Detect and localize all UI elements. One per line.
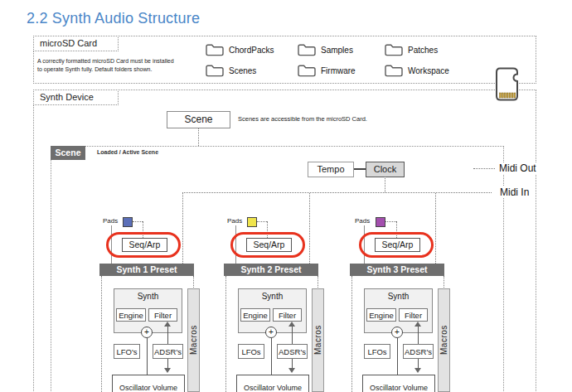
pad-color-swatch xyxy=(247,217,257,227)
folder-label: ChordPacks xyxy=(229,46,274,55)
pad-color-swatch xyxy=(376,217,385,227)
preset-box-left-edge xyxy=(351,276,352,392)
pads-connector-h xyxy=(133,221,143,222)
microsd-note-line2: to operate Synth fully. Default folders … xyxy=(37,65,152,73)
scene-box-note: Scenes are accessible from the microSD C… xyxy=(238,115,367,123)
folder-label: Workspace xyxy=(408,66,449,75)
adsr-box: ADSR's xyxy=(277,344,308,359)
macros-bar: Macros xyxy=(438,288,450,392)
adsr-osc-line xyxy=(292,359,293,368)
synth-1-column: Pads Seq/Arp Synth 1 Preset Synth Engine… xyxy=(101,211,201,392)
filter-box: Filter xyxy=(273,308,302,322)
folder-icon xyxy=(205,64,225,78)
folder-samples: Samples xyxy=(297,43,353,57)
adsr-filter-line xyxy=(418,327,419,344)
lfo-box: LFO's xyxy=(114,344,140,359)
seq-arp-highlight-ring xyxy=(106,232,181,258)
filter-box: Filter xyxy=(399,308,428,322)
engine-box: Engine xyxy=(240,308,270,322)
lfo-box: LFOs xyxy=(364,344,390,359)
pads-connector-h xyxy=(257,221,267,222)
engine-box: Engine xyxy=(366,308,396,322)
page-title: 2.2 Synth Audio Structure xyxy=(27,10,200,27)
folder-label: Scenes xyxy=(229,66,256,75)
oscillator-volume-box: Oscillator Volume xyxy=(362,375,435,392)
macros-bar: Macros xyxy=(187,288,200,392)
preset-header: Synth 3 Preset xyxy=(350,264,444,276)
synth-box-title: Synth xyxy=(364,292,433,301)
seq-arp-highlight-ring xyxy=(230,232,305,258)
folder-label: Firmware xyxy=(321,66,356,75)
macros-bar: Macros xyxy=(312,288,324,392)
pads-label: Pads xyxy=(355,217,370,225)
folder-label: Samples xyxy=(321,46,353,55)
clock-midi-drop-line xyxy=(385,177,385,192)
microsd-contacts xyxy=(500,93,516,98)
folder-firmware: Firmware xyxy=(297,64,356,78)
pads-connector-h xyxy=(385,221,396,222)
midi-in-bus-line xyxy=(182,192,492,193)
filter-box: Filter xyxy=(148,308,177,322)
midi-in-label: Midi In xyxy=(499,186,530,198)
sum-node: + xyxy=(141,327,153,338)
synth-box-title: Synth xyxy=(114,292,182,301)
folder-workspace: Workspace xyxy=(384,64,449,78)
preset-box-left-edge xyxy=(101,276,102,392)
folder-icon xyxy=(297,43,317,57)
synth-3-column: Pads Seq/Arp Synth 3 Preset Synth Engine… xyxy=(351,211,451,392)
synth-2-column: Pads Seq/Arp Synth 2 Preset Synth Engine… xyxy=(225,211,325,392)
folder-scenes: Scenes xyxy=(205,64,256,78)
folder-icon xyxy=(384,43,404,57)
folder-icon xyxy=(297,64,317,78)
clock-box: Clock xyxy=(366,162,405,177)
sum-osc-line xyxy=(147,338,148,375)
microsd-card-label: microSD Card xyxy=(33,36,119,51)
adsr-box: ADSR's xyxy=(153,344,183,359)
adsr-osc-line xyxy=(418,359,419,368)
sum-node: + xyxy=(391,327,403,338)
oscillator-volume-box: Oscillator Volume xyxy=(236,375,309,392)
pads-label: Pads xyxy=(227,217,242,225)
scene-connector-line xyxy=(198,128,199,146)
adsr-osc-arrowhead xyxy=(164,368,171,373)
scene-region-label: Scene xyxy=(51,146,85,160)
folder-label: Patches xyxy=(408,46,438,55)
folder-icon xyxy=(205,43,225,57)
adsr-filter-line xyxy=(292,327,293,344)
preset-box-left-edge xyxy=(225,276,226,392)
folder-chordpacks: ChordPacks xyxy=(205,43,274,57)
microsd-card-icon xyxy=(495,67,521,101)
oscillator-volume-box: Oscillator Volume xyxy=(112,375,185,392)
engine-box: Engine xyxy=(116,308,146,322)
scene-box: Scene xyxy=(167,111,230,128)
sum-node: + xyxy=(265,327,277,338)
adsr-filter-line xyxy=(167,327,168,344)
adsr-osc-line xyxy=(167,359,168,368)
pads-label: Pads xyxy=(103,217,118,225)
synth-audio-structure-diagram: 2.2 Synth Audio Structure microSD Card A… xyxy=(0,0,572,392)
microsd-note-line1: A correctly formatted microSD Card must … xyxy=(37,57,174,65)
tempo-box: Tempo xyxy=(308,162,354,177)
midi-out-label: Midi Out xyxy=(498,162,537,174)
adsr-osc-arrowhead xyxy=(288,368,295,373)
lfo-box: LFOs xyxy=(238,344,264,359)
synth-box-title: Synth xyxy=(238,292,307,301)
preset-header: Synth 1 Preset xyxy=(99,264,194,276)
folder-patches: Patches xyxy=(384,43,438,57)
folder-icon xyxy=(384,64,404,78)
adsr-box: ADSR's xyxy=(403,344,434,359)
sum-osc-line xyxy=(397,338,398,375)
midi-out-leader-line xyxy=(473,168,495,169)
adsr-osc-arrowhead xyxy=(414,368,421,373)
pad-color-swatch xyxy=(123,217,133,227)
seq-arp-highlight-ring xyxy=(359,232,434,258)
scene-region-note: Loaded / Active Scene xyxy=(97,149,158,155)
sum-osc-line xyxy=(271,338,272,375)
tempo-clock-line xyxy=(354,168,366,170)
preset-header: Synth 2 Preset xyxy=(224,264,318,276)
synth-device-label: Synth Device xyxy=(33,90,119,105)
